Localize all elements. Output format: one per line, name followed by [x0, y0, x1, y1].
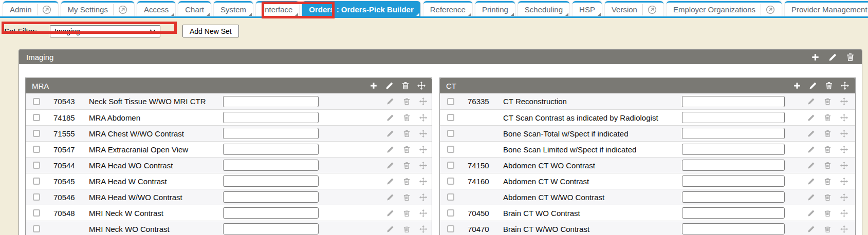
- tab-interface[interactable]: Interface: [256, 1, 299, 16]
- edit-icon[interactable]: [828, 53, 837, 62]
- tab-my-settings[interactable]: My Settings: [61, 1, 134, 16]
- move-icon[interactable]: [419, 146, 427, 153]
- edit-icon[interactable]: [807, 178, 815, 185]
- edit-icon[interactable]: [386, 178, 394, 185]
- add-icon[interactable]: [370, 82, 378, 90]
- tab-version[interactable]: Version: [605, 1, 663, 16]
- edit-icon[interactable]: [807, 225, 815, 233]
- delete-icon[interactable]: [824, 146, 832, 153]
- move-icon[interactable]: [840, 97, 848, 105]
- set-filter-select[interactable]: Imaging: [50, 25, 160, 37]
- row-checkbox[interactable]: [447, 178, 454, 185]
- row-text-input[interactable]: [682, 160, 785, 171]
- delete-icon[interactable]: [846, 53, 855, 62]
- delete-icon[interactable]: [824, 114, 832, 122]
- add-icon[interactable]: [793, 82, 801, 90]
- tab-system[interactable]: System: [214, 1, 253, 16]
- edit-icon[interactable]: [386, 193, 394, 201]
- move-icon[interactable]: [840, 193, 848, 201]
- edit-icon[interactable]: [386, 209, 394, 217]
- delete-icon[interactable]: [403, 97, 411, 105]
- row-checkbox[interactable]: [33, 209, 40, 217]
- delete-icon[interactable]: [403, 146, 411, 153]
- delete-icon[interactable]: [824, 130, 832, 138]
- edit-icon[interactable]: [807, 130, 815, 138]
- edit-icon[interactable]: [386, 162, 394, 169]
- delete-icon[interactable]: [403, 130, 411, 138]
- edit-icon[interactable]: [807, 114, 815, 122]
- move-icon[interactable]: [840, 209, 848, 217]
- edit-icon[interactable]: [386, 114, 394, 122]
- edit-icon[interactable]: [807, 209, 815, 217]
- move-icon[interactable]: [419, 209, 427, 217]
- tab-reference[interactable]: Reference: [423, 1, 472, 16]
- row-checkbox[interactable]: [447, 114, 454, 121]
- tab-access[interactable]: Access: [137, 1, 175, 16]
- row-text-input[interactable]: [682, 207, 785, 219]
- row-checkbox[interactable]: [447, 146, 454, 153]
- move-icon[interactable]: [419, 162, 427, 169]
- row-checkbox[interactable]: [447, 98, 454, 105]
- row-checkbox[interactable]: [447, 193, 454, 201]
- row-checkbox[interactable]: [447, 130, 454, 137]
- row-text-input[interactable]: [223, 96, 319, 107]
- row-text-input[interactable]: [682, 223, 785, 234]
- move-icon[interactable]: [840, 146, 848, 153]
- row-checkbox[interactable]: [447, 209, 454, 217]
- edit-icon[interactable]: [386, 225, 394, 233]
- tab-employer-organizations[interactable]: Employer Organizations: [667, 1, 782, 16]
- add-icon[interactable]: [811, 53, 820, 62]
- row-checkbox[interactable]: [447, 225, 454, 232]
- tab-chart[interactable]: Chart: [178, 1, 211, 16]
- row-checkbox[interactable]: [33, 130, 40, 137]
- add-new-set-button[interactable]: Add New Set: [182, 25, 239, 37]
- row-text-input[interactable]: [223, 112, 319, 123]
- row-checkbox[interactable]: [33, 162, 40, 169]
- delete-icon[interactable]: [403, 114, 411, 122]
- edit-icon[interactable]: [386, 146, 394, 153]
- tab-provider-management[interactable]: Provider Management: [785, 1, 868, 16]
- row-text-input[interactable]: [223, 160, 319, 171]
- open-in-new-icon[interactable]: [761, 4, 775, 15]
- delete-icon[interactable]: [824, 225, 832, 233]
- delete-icon[interactable]: [403, 162, 411, 169]
- row-checkbox[interactable]: [33, 146, 40, 153]
- move-icon[interactable]: [419, 178, 427, 185]
- delete-icon[interactable]: [824, 209, 832, 217]
- move-icon[interactable]: [419, 97, 427, 105]
- move-icon[interactable]: [840, 178, 848, 185]
- edit-icon[interactable]: [385, 82, 394, 90]
- delete-icon[interactable]: [403, 225, 411, 233]
- open-in-new-icon[interactable]: [642, 4, 657, 15]
- delete-icon[interactable]: [403, 178, 411, 185]
- move-icon[interactable]: [419, 225, 427, 233]
- delete-icon[interactable]: [824, 178, 832, 185]
- open-in-new-icon[interactable]: [113, 4, 127, 15]
- delete-icon[interactable]: [403, 209, 411, 217]
- row-text-input[interactable]: [682, 144, 785, 155]
- row-text-input[interactable]: [682, 128, 785, 139]
- tab-orders-orders-pick-builder[interactable]: Orders : Orders-Pick Builder: [302, 1, 420, 16]
- edit-icon[interactable]: [807, 146, 815, 153]
- row-text-input[interactable]: [682, 112, 785, 123]
- row-text-input[interactable]: [682, 96, 785, 107]
- row-checkbox[interactable]: [33, 193, 40, 201]
- move-icon[interactable]: [840, 162, 848, 169]
- open-in-new-icon[interactable]: [37, 4, 51, 15]
- row-text-input[interactable]: [223, 128, 319, 139]
- edit-icon[interactable]: [807, 162, 815, 169]
- edit-icon[interactable]: [807, 97, 815, 105]
- tab-printing[interactable]: Printing: [475, 1, 515, 16]
- tab-scheduling[interactable]: Scheduling: [518, 1, 569, 16]
- row-checkbox[interactable]: [33, 225, 40, 232]
- row-text-input[interactable]: [682, 175, 785, 187]
- row-checkbox[interactable]: [447, 162, 454, 169]
- row-text-input[interactable]: [223, 207, 319, 219]
- delete-icon[interactable]: [824, 162, 832, 169]
- move-icon[interactable]: [840, 225, 848, 233]
- row-text-input[interactable]: [682, 191, 785, 203]
- row-checkbox[interactable]: [33, 178, 40, 185]
- move-icon[interactable]: [841, 82, 849, 90]
- delete-icon[interactable]: [824, 97, 832, 105]
- delete-icon[interactable]: [403, 193, 411, 201]
